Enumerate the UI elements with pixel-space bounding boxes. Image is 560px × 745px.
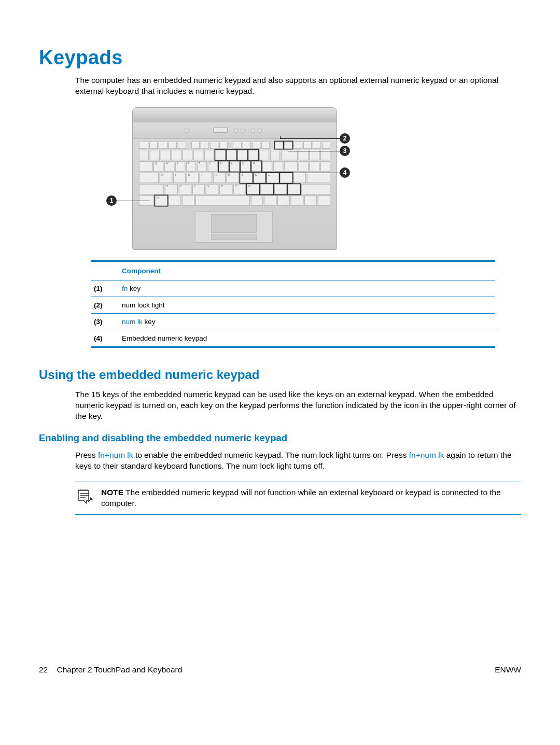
page-title: Keypads — [39, 47, 521, 69]
table-row: (1) fn key — [91, 280, 495, 297]
callout-4: 4 — [340, 167, 350, 178]
intro-text: The computer has an embedded numeric key… — [75, 75, 521, 97]
section-body-using-keypad: The 15 keys of the embedded numeric keyp… — [75, 389, 521, 422]
callout-3: 3 — [340, 146, 350, 156]
footer-chapter: Chapter 2 TouchPad and Keyboard — [57, 665, 182, 674]
footer-page-number: 22 — [39, 665, 48, 674]
page-footer: 22 Chapter 2 TouchPad and Keyboard ENWW — [0, 665, 560, 695]
note-box: NOTE The embedded numeric keypad will no… — [75, 482, 521, 515]
table-row: (3) num lk key — [91, 313, 495, 330]
table-row: (2) num lock light — [91, 297, 495, 313]
callout-2: 2 — [340, 133, 350, 144]
table-header-component: Component — [122, 262, 495, 280]
section-heading-using-keypad: Using the embedded numeric keypad — [39, 368, 521, 382]
callout-1: 1 — [106, 195, 117, 206]
component-table-wrap: Component (1) fn key (2) num lock light … — [91, 260, 495, 348]
component-table: Component (1) fn key (2) num lock light … — [91, 262, 495, 346]
note-label: NOTE — [101, 488, 123, 497]
section-heading-enabling-keypad: Enabling and disabling the embedded nume… — [39, 432, 521, 444]
note-body: The embedded numeric keypad will not fun… — [101, 488, 501, 508]
section-body-enabling-keypad: Press fn+num lk to enable the embedded n… — [75, 450, 521, 472]
note-icon — [75, 487, 94, 506]
table-row: (4) Embedded numeric keypad — [91, 330, 495, 346]
keypad-figure: QWERTY UIOP ASDFGH JKL ZXCVBN M — [106, 107, 350, 250]
footer-right: ENWW — [495, 665, 521, 674]
laptop-illustration: QWERTY UIOP ASDFGH JKL ZXCVBN M — [132, 107, 337, 250]
